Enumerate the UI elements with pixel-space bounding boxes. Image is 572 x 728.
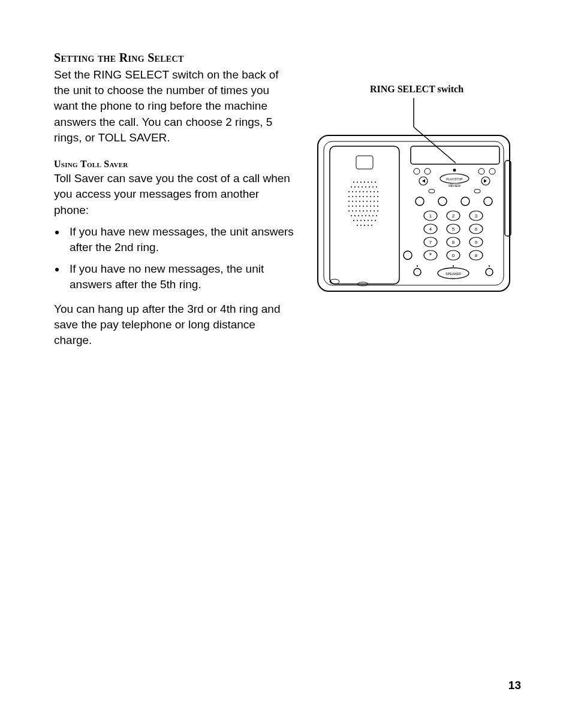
svg-point-59 xyxy=(359,210,360,212)
svg-text:5: 5 xyxy=(452,226,455,232)
svg-point-80 xyxy=(357,225,358,226)
svg-point-26 xyxy=(370,191,371,192)
svg-point-87 xyxy=(425,168,430,174)
svg-point-30 xyxy=(352,196,353,197)
phone-illustration: PLAY/STOP REVIEW 1 xyxy=(312,98,522,298)
svg-point-28 xyxy=(377,191,378,192)
svg-point-43 xyxy=(366,201,368,202)
svg-point-41 xyxy=(359,201,360,202)
svg-point-67 xyxy=(358,215,359,216)
svg-point-53 xyxy=(370,206,371,207)
svg-point-54 xyxy=(374,206,375,207)
svg-text:4: 4 xyxy=(429,226,432,232)
review-label: REVIEW xyxy=(448,184,460,188)
subsection-heading: Using Toll Saver xyxy=(54,159,294,170)
svg-point-32 xyxy=(359,196,360,197)
svg-point-66 xyxy=(354,215,356,216)
svg-text:7: 7 xyxy=(429,240,432,245)
text-column: Setting the Ring Select Set the RING SEL… xyxy=(54,51,294,354)
svg-point-58 xyxy=(356,210,357,212)
svg-point-77 xyxy=(368,220,369,221)
svg-point-27 xyxy=(374,191,375,192)
svg-point-100 xyxy=(461,197,469,206)
svg-point-75 xyxy=(360,220,362,221)
svg-point-40 xyxy=(356,201,357,202)
keypad: 1 2 3 4 5 6 7 8 9 * 0 # xyxy=(424,211,483,260)
svg-point-18 xyxy=(372,186,374,188)
svg-point-126 xyxy=(404,251,412,259)
svg-rect-85 xyxy=(411,146,499,164)
svg-point-33 xyxy=(363,196,364,197)
svg-point-51 xyxy=(363,206,364,207)
svg-rect-96 xyxy=(429,189,435,193)
svg-point-42 xyxy=(363,201,364,202)
svg-point-22 xyxy=(356,191,357,192)
svg-point-63 xyxy=(374,210,375,212)
svg-point-134 xyxy=(330,279,339,284)
svg-rect-97 xyxy=(474,189,480,193)
svg-point-49 xyxy=(356,206,357,207)
svg-point-132 xyxy=(489,265,490,267)
phone-svg: PLAY/STOP REVIEW 1 xyxy=(312,98,516,296)
svg-point-55 xyxy=(377,206,378,207)
svg-point-78 xyxy=(371,220,372,221)
svg-point-88 xyxy=(453,169,456,172)
svg-text:#: # xyxy=(475,253,478,258)
svg-rect-4 xyxy=(356,156,373,169)
svg-marker-95 xyxy=(484,179,487,183)
svg-point-37 xyxy=(377,196,378,197)
svg-point-57 xyxy=(352,210,353,212)
svg-point-35 xyxy=(370,196,371,197)
svg-point-79 xyxy=(375,220,376,221)
svg-point-14 xyxy=(358,186,359,188)
svg-point-39 xyxy=(352,201,353,202)
svg-point-86 xyxy=(414,168,420,174)
svg-point-64 xyxy=(377,210,378,212)
svg-point-81 xyxy=(360,225,362,226)
svg-point-48 xyxy=(352,206,353,207)
svg-text:8: 8 xyxy=(452,240,455,245)
svg-text:2: 2 xyxy=(452,213,455,219)
svg-text:1: 1 xyxy=(429,213,432,219)
svg-point-45 xyxy=(374,201,375,202)
svg-point-29 xyxy=(348,196,350,197)
svg-marker-92 xyxy=(422,179,425,183)
svg-point-131 xyxy=(453,265,454,267)
svg-point-60 xyxy=(363,210,364,212)
svg-point-52 xyxy=(366,206,368,207)
svg-point-127 xyxy=(414,268,421,276)
figure-caption: RING SELECT switch xyxy=(312,84,522,95)
svg-text:3: 3 xyxy=(475,213,478,219)
svg-point-98 xyxy=(416,197,424,206)
list-item: If you have new messages, the unit answe… xyxy=(66,224,294,255)
svg-point-13 xyxy=(354,186,356,188)
svg-point-76 xyxy=(364,220,365,221)
svg-text:6: 6 xyxy=(475,226,478,232)
bullet-list: If you have new messages, the unit answe… xyxy=(54,224,294,293)
svg-point-50 xyxy=(359,206,360,207)
svg-point-101 xyxy=(484,197,492,206)
svg-point-20 xyxy=(348,191,350,192)
svg-point-11 xyxy=(375,182,376,183)
svg-point-84 xyxy=(371,225,372,226)
svg-rect-2 xyxy=(318,135,510,291)
svg-point-70 xyxy=(369,215,370,216)
svg-point-34 xyxy=(366,196,368,197)
svg-point-130 xyxy=(417,265,418,267)
svg-point-5 xyxy=(353,182,354,183)
svg-point-7 xyxy=(360,182,362,183)
svg-point-46 xyxy=(377,201,378,202)
svg-point-19 xyxy=(376,186,377,188)
svg-point-24 xyxy=(363,191,364,192)
svg-point-36 xyxy=(374,196,375,197)
svg-point-83 xyxy=(368,225,369,226)
page-number: 13 xyxy=(508,679,521,692)
svg-point-61 xyxy=(366,210,368,212)
svg-point-15 xyxy=(362,186,363,188)
svg-point-44 xyxy=(370,201,371,202)
svg-point-73 xyxy=(353,220,354,221)
svg-point-71 xyxy=(372,215,374,216)
svg-point-90 xyxy=(489,168,495,174)
svg-point-68 xyxy=(362,215,363,216)
svg-point-82 xyxy=(364,225,365,226)
